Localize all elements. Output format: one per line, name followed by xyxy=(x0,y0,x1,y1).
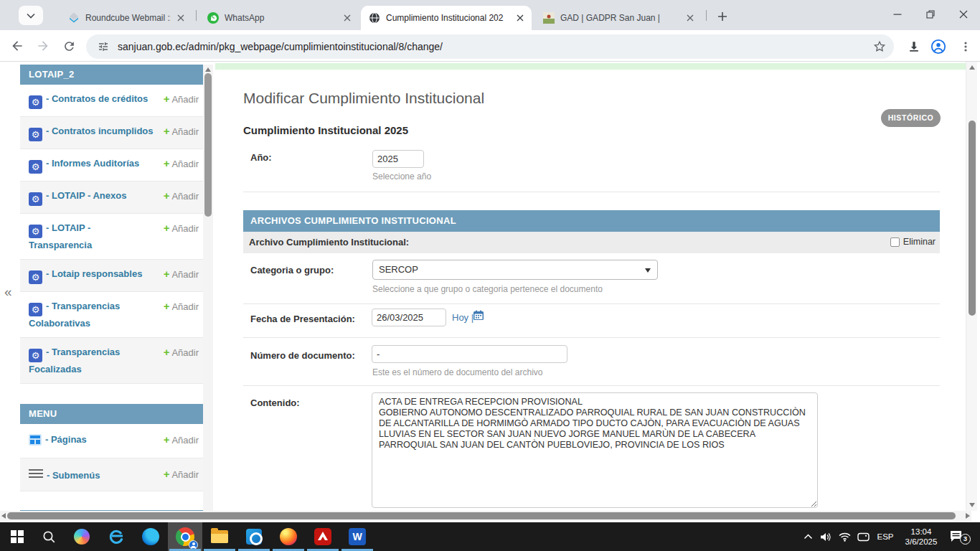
tab-gad[interactable]: GAD | GADPR San Juan | xyxy=(535,6,702,30)
taskbar-outlook-button[interactable] xyxy=(237,522,271,551)
window-restore-button[interactable] xyxy=(914,0,947,29)
scroll-down-icon[interactable] xyxy=(969,503,975,507)
scroll-left-icon[interactable] xyxy=(1,513,6,519)
numero-label: Número de documento: xyxy=(250,350,355,361)
categoria-select[interactable]: SERCOP xyxy=(372,260,658,280)
vertical-scrollbar-thumb[interactable] xyxy=(969,121,976,316)
contenido-textarea[interactable]: ACTA DE ENTREGA RECEPCION PROVISIONAL GO… xyxy=(372,392,818,508)
scroll-up-icon[interactable] xyxy=(205,67,211,72)
tab-search-button[interactable] xyxy=(19,6,43,25)
gear-icon: ⚙ xyxy=(29,192,42,206)
window-close-button[interactable] xyxy=(947,0,980,29)
tab-roundcube[interactable]: Roundcube Webmail :: Entrada xyxy=(60,6,192,30)
taskbar-copilot-button[interactable] xyxy=(65,522,99,551)
fecha-input[interactable] xyxy=(372,309,446,326)
page-horizontal-scrollbar[interactable] xyxy=(0,511,971,521)
plus-icon: + xyxy=(164,300,170,312)
page-vertical-scrollbar[interactable] xyxy=(966,62,977,511)
sidebar-item-contratos-incumplidos[interactable]: ⚙- Contratos incumplidos +Añadir xyxy=(20,117,203,149)
sidebar-item-paginas[interactable]: - Páginas +Añadir xyxy=(20,424,203,458)
calendar-icon[interactable] xyxy=(473,310,484,324)
tray-meetnow-button[interactable] xyxy=(854,522,872,551)
sidebar-item-submenus[interactable]: - Submenús +Añadir xyxy=(20,458,203,491)
sidebar-item-label: - Informes Auditorías xyxy=(46,158,139,169)
taskbar-firefox-button[interactable] xyxy=(271,522,306,551)
tab-close-icon[interactable] xyxy=(341,12,353,24)
categoria-help: Seleccione a que grupo o categoria perte… xyxy=(372,284,603,294)
sidebar-scrollbar[interactable] xyxy=(203,65,213,511)
tray-volume-button[interactable] xyxy=(817,522,834,551)
tab-title: WhatsApp xyxy=(225,13,337,23)
taskbar-acrobat-button[interactable] xyxy=(306,522,340,551)
taskbar-chrome-button[interactable] xyxy=(168,522,202,551)
tray-clock[interactable]: 13:04 3/6/2025 xyxy=(898,522,944,551)
horizontal-scrollbar-thumb[interactable] xyxy=(7,512,956,519)
browser-menu-button[interactable] xyxy=(957,38,974,55)
sidebar-collapse-button[interactable]: « xyxy=(4,284,12,300)
forward-button[interactable] xyxy=(34,37,52,55)
start-button[interactable] xyxy=(0,522,34,551)
add-button[interactable]: +Añadir xyxy=(164,467,199,480)
taskbar-search-button[interactable] xyxy=(32,522,66,551)
tab-close-icon[interactable] xyxy=(684,12,696,24)
tray-wifi-button[interactable] xyxy=(835,522,854,551)
plus-icon: + xyxy=(164,125,170,137)
taskbar-explorer-button[interactable] xyxy=(202,522,237,551)
tab-close-icon[interactable] xyxy=(175,12,187,24)
numero-input[interactable] xyxy=(372,345,567,363)
site-info-icon[interactable] xyxy=(98,41,109,52)
forward-icon xyxy=(36,39,50,53)
tab-cumplimiento-active[interactable]: Cumplimiento Institucional 202 xyxy=(361,6,532,30)
gear-icon: ⚙ xyxy=(29,95,42,109)
sidebar-item-lotaip-anexos[interactable]: ⚙- LOTAIP - Anexos +Añadir xyxy=(20,182,203,214)
sidebar-scrollbar-thumb[interactable] xyxy=(204,73,212,217)
add-button[interactable]: +Añadir xyxy=(164,221,199,234)
scroll-up-icon[interactable] xyxy=(969,65,975,70)
sidebar-item-label: - Páginas xyxy=(45,434,87,445)
success-message-bar xyxy=(215,63,966,70)
sidebar-item-lotaip-responsables[interactable]: ⚙- Lotaip responsables +Añadir xyxy=(20,260,203,292)
historico-button[interactable]: HISTÓRICO xyxy=(881,109,941,127)
divider xyxy=(243,337,940,338)
tab-whatsapp[interactable]: WhatsApp xyxy=(199,6,359,30)
profile-button[interactable] xyxy=(930,38,947,55)
window-controls xyxy=(881,0,980,29)
taskbar-edge-button[interactable] xyxy=(133,522,168,551)
add-button[interactable]: +Añadir xyxy=(164,124,199,137)
window-minimize-button[interactable] xyxy=(881,0,914,29)
hoy-link[interactable]: Hoy | xyxy=(452,312,473,323)
tray-expand-button[interactable] xyxy=(799,522,816,551)
add-button[interactable]: +Añadir xyxy=(164,433,199,446)
add-button[interactable]: +Añadir xyxy=(164,299,199,312)
notification-count-badge: 3 xyxy=(960,534,971,545)
add-button[interactable]: +Añadir xyxy=(164,267,199,280)
add-button[interactable]: +Añadir xyxy=(164,189,199,202)
sidebar-item-informes-auditorias[interactable]: ⚙- Informes Auditorías +Añadir xyxy=(20,149,203,182)
eliminar-checkbox[interactable] xyxy=(890,237,900,247)
reload-button[interactable] xyxy=(60,37,77,55)
add-button[interactable]: +Añadir xyxy=(164,156,199,169)
back-button[interactable] xyxy=(9,37,26,55)
sidebar-item-transparencias-colaborativas[interactable]: ⚙- Transparencias Colaborativas +Añadir xyxy=(20,292,203,338)
sidebar-item-contratos-creditos[interactable]: ⚙- Contratos de créditos +Añadir xyxy=(20,85,203,117)
plus-icon: + xyxy=(164,346,170,358)
tray-notifications-button[interactable]: 3 xyxy=(948,522,977,551)
tab-close-icon[interactable] xyxy=(514,12,526,24)
scroll-right-icon[interactable] xyxy=(966,513,970,519)
anio-input[interactable] xyxy=(372,150,424,168)
sidebar-item-transparencias-focalizadas[interactable]: ⚙- Transparencias Focalizadas +Añadir xyxy=(20,338,203,384)
taskbar-word-button[interactable] xyxy=(340,522,374,551)
new-tab-button[interactable] xyxy=(713,7,732,26)
reload-icon xyxy=(62,39,76,53)
add-button[interactable]: +Añadir xyxy=(164,345,199,358)
tray-language-button[interactable]: ESP xyxy=(874,522,897,551)
taskbar-ie-button[interactable] xyxy=(99,522,133,551)
downloads-button[interactable] xyxy=(905,38,923,55)
inline-group-header: Archivo Cumplimiento Institucional: Elim… xyxy=(243,232,940,253)
anio-label: Año: xyxy=(250,152,272,163)
url-text[interactable]: sanjuan.gob.ec/admin/pkg_webpage/cumplim… xyxy=(118,41,872,52)
add-button[interactable]: +Añadir xyxy=(164,92,199,105)
sidebar-item-lotaip-transparencia[interactable]: ⚙- LOTAIP - Transparencia +Añadir xyxy=(20,214,203,260)
bookmark-star-icon[interactable] xyxy=(872,39,887,54)
address-bar[interactable]: sanjuan.gob.ec/admin/pkg_webpage/cumplim… xyxy=(86,34,894,59)
